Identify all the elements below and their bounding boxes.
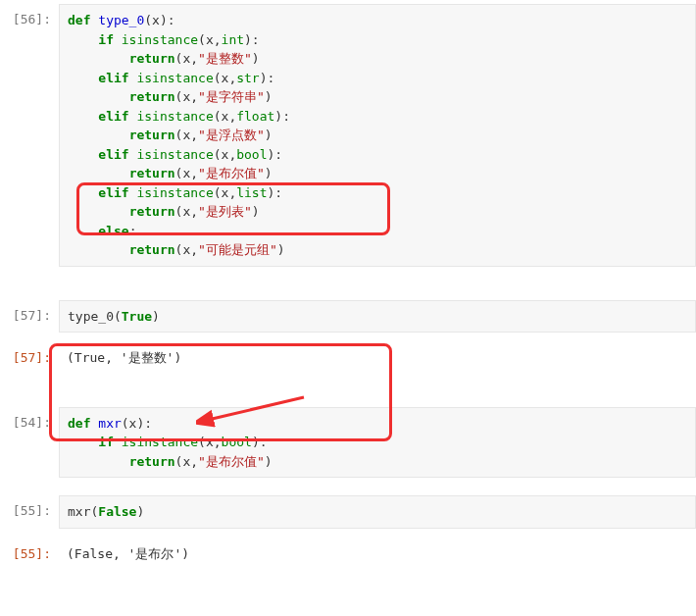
args: (x, (214, 71, 236, 85)
colon: : (129, 224, 137, 238)
bi-isinstance: isinstance (122, 435, 198, 449)
arg-false: False (98, 504, 136, 519)
kw-elif: elif (98, 147, 128, 162)
prompt-out-57: [57]: (0, 342, 59, 374)
kw-return: return (129, 51, 175, 66)
open: (x, (175, 204, 198, 219)
code-block-56: def type_0(x): if isinstance(x,int): ret… (68, 11, 687, 260)
code-input-56[interactable]: def type_0(x): if isinstance(x,int): ret… (59, 4, 696, 267)
close: ) (265, 89, 273, 104)
close: ): (268, 147, 283, 162)
cell-57-out: [57]: (True, '是整数') (0, 342, 696, 374)
kw-return: return (129, 89, 175, 104)
kw-return: return (129, 454, 175, 469)
prompt-in-54: [54]: (0, 407, 59, 479)
close: ) (252, 51, 260, 66)
code-input-54[interactable]: def mxr(x): if isinstance(x,bool): retur… (59, 407, 696, 479)
open: (x, (175, 454, 198, 469)
fn-name: type_0 (98, 13, 144, 27)
cell-55-in: [55]: mxr(False) (0, 495, 696, 529)
close: ): (252, 435, 268, 449)
kw-return: return (129, 166, 175, 180)
kw-else: else (98, 224, 128, 238)
cell-56: [56]: def type_0(x): if isinstance(x,int… (0, 4, 696, 267)
prompt-in-57: [57]: (0, 300, 59, 334)
args: (x, (214, 109, 236, 124)
open: (x, (175, 242, 198, 257)
kw-return: return (129, 204, 175, 219)
cell-55-out: [55]: (False, '是布尔') (0, 539, 696, 570)
close: ): (268, 185, 283, 200)
kw-def: def (68, 416, 90, 431)
fn-name: mxr (98, 416, 121, 431)
bi-isinstance: isinstance (136, 71, 213, 85)
close: ) (265, 454, 273, 469)
close: ) (277, 242, 285, 257)
open: (x, (175, 166, 198, 180)
code-input-55[interactable]: mxr(False) (59, 495, 696, 529)
kw-elif: elif (98, 109, 128, 124)
arg-true: True (122, 309, 152, 324)
code-input-57[interactable]: type_0(True) (59, 300, 696, 334)
close: ) (152, 309, 160, 324)
open: (x, (175, 89, 198, 104)
args: (x, (214, 147, 236, 162)
type-float: float (236, 109, 274, 124)
code-block-57: type_0(True) (68, 307, 687, 327)
str-bool: "是布尔值" (198, 454, 265, 469)
close: ) (265, 166, 273, 180)
close: ) (252, 204, 260, 219)
args: (x, (198, 435, 221, 449)
type-int: int (222, 32, 244, 47)
fn-call: mxr (68, 504, 90, 519)
close: ): (260, 71, 275, 85)
type-str: str (236, 71, 259, 85)
output-text-55: (False, '是布尔') (67, 544, 688, 564)
str-int: "是整数" (198, 51, 252, 66)
code-block-55: mxr(False) (68, 502, 687, 522)
fn-call: type_0 (68, 309, 114, 324)
str-str: "是字符串" (198, 89, 265, 104)
prompt-in-55: [55]: (0, 495, 59, 529)
cell-54: [54]: def mxr(x): if isinstance(x,bool):… (0, 407, 696, 479)
str-list: "是列表" (198, 204, 252, 219)
str-tuple: "可能是元组" (198, 242, 277, 257)
open: (x, (175, 128, 198, 142)
bi-isinstance: isinstance (136, 109, 213, 124)
args: (x, (198, 32, 221, 47)
open: (x, (175, 51, 198, 66)
type-list: list (236, 185, 267, 200)
bi-isinstance: isinstance (136, 185, 213, 200)
close: ) (136, 504, 144, 519)
close: ): (244, 32, 260, 47)
close: ) (265, 128, 273, 142)
output-57: (True, '是整数') (59, 342, 696, 374)
bi-isinstance: isinstance (122, 32, 198, 47)
prompt-out-55: [55]: (0, 539, 59, 570)
close: ): (274, 109, 290, 124)
type-bool: bool (222, 435, 252, 449)
bi-isinstance: isinstance (136, 147, 213, 162)
kw-return: return (129, 128, 175, 142)
prompt-in-56: [56]: (0, 4, 59, 267)
kw-if: if (98, 435, 114, 449)
kw-if: if (98, 32, 114, 47)
args: (x, (214, 185, 236, 200)
kw-elif: elif (98, 185, 128, 200)
kw-return: return (129, 242, 175, 257)
open: ( (114, 309, 122, 324)
type-bool: bool (236, 147, 267, 162)
kw-elif: elif (98, 71, 128, 85)
params: (x): (144, 13, 174, 27)
output-text-57: (True, '是整数') (67, 348, 688, 368)
kw-def: def (68, 13, 90, 27)
str-float: "是浮点数" (198, 128, 265, 142)
output-55: (False, '是布尔') (59, 539, 696, 570)
notebook-container: [56]: def type_0(x): if isinstance(x,int… (0, 0, 696, 575)
str-bool: "是布尔值" (198, 166, 265, 180)
code-block-54: def mxr(x): if isinstance(x,bool): retur… (68, 414, 687, 472)
params: (x): (122, 416, 152, 431)
cell-57-in: [57]: type_0(True) (0, 300, 696, 334)
